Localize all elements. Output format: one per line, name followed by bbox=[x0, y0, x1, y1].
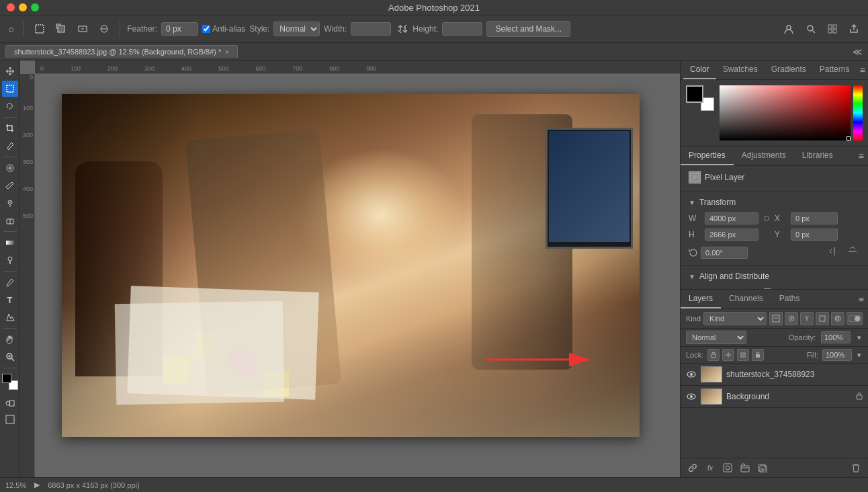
color-panel-menu[interactable]: ≡ bbox=[860, 65, 865, 75]
tab-color[interactable]: Color bbox=[683, 60, 716, 79]
anti-alias-checkbox[interactable] bbox=[202, 25, 210, 33]
color-spectrum-box[interactable] bbox=[720, 85, 851, 140]
layer-visibility-1[interactable] bbox=[686, 369, 697, 380]
rectangular-marquee-tool[interactable] bbox=[2, 81, 18, 97]
layer-visibility-2[interactable] bbox=[686, 391, 697, 402]
search-button[interactable] bbox=[802, 22, 820, 36]
gradient-tool[interactable] bbox=[2, 235, 18, 251]
path-select-tool[interactable] bbox=[2, 309, 18, 325]
filter-shape-icon[interactable] bbox=[816, 312, 829, 325]
maximize-button[interactable] bbox=[31, 3, 39, 11]
move-tool[interactable] bbox=[2, 63, 18, 79]
move-tool-button[interactable] bbox=[52, 22, 70, 36]
filter-text-icon[interactable]: T bbox=[800, 312, 814, 325]
anti-alias-label[interactable]: Anti-alias bbox=[202, 24, 245, 34]
transform-toggle[interactable]: ▼ bbox=[689, 199, 695, 206]
clone-tool[interactable] bbox=[2, 195, 18, 211]
kind-select[interactable]: Kind bbox=[703, 312, 767, 325]
delete-layer-button[interactable] bbox=[849, 461, 863, 475]
tab-adjustments[interactable]: Adjustments bbox=[734, 147, 794, 165]
foreground-color[interactable] bbox=[686, 85, 703, 103]
tab-paths[interactable]: Paths bbox=[771, 290, 808, 309]
rectangular-marquee-button[interactable] bbox=[31, 22, 48, 36]
foreground-bg-swatches[interactable] bbox=[686, 85, 714, 114]
brush-tool[interactable] bbox=[2, 177, 18, 194]
user-icon-button[interactable] bbox=[779, 21, 798, 37]
tab-channels[interactable]: Channels bbox=[721, 290, 771, 309]
tab-properties[interactable]: Properties bbox=[681, 147, 734, 165]
tool-option-2[interactable] bbox=[95, 22, 113, 36]
lasso-tool[interactable] bbox=[2, 98, 18, 114]
layer-item[interactable]: Background bbox=[681, 386, 868, 408]
new-layer-button[interactable] bbox=[756, 461, 769, 475]
lock-all-icon[interactable] bbox=[752, 349, 764, 361]
lock-position-icon[interactable] bbox=[722, 349, 734, 361]
panels-collapse-button[interactable]: ≪ bbox=[853, 46, 863, 57]
filter-toggle[interactable] bbox=[847, 312, 863, 325]
eyedropper-tool[interactable] bbox=[2, 138, 18, 154]
minimize-button[interactable] bbox=[19, 3, 27, 11]
opacity-dropdown[interactable]: ▾ bbox=[856, 332, 863, 343]
properties-panel: Properties Adjustments Libraries ≡ bbox=[681, 147, 868, 289]
color-swatches[interactable] bbox=[2, 374, 18, 390]
hue-slider[interactable] bbox=[853, 85, 863, 140]
tab-swatches[interactable]: Swatches bbox=[716, 60, 765, 79]
tool-option-1[interactable] bbox=[74, 22, 91, 36]
fx-button[interactable]: fx bbox=[703, 461, 717, 475]
quick-mask-button[interactable] bbox=[2, 397, 18, 410]
width-input[interactable] bbox=[351, 22, 391, 36]
tab-libraries[interactable]: Libraries bbox=[794, 147, 841, 165]
color-picker-cursor[interactable] bbox=[847, 136, 851, 140]
pixel-layer-section: Pixel Layer bbox=[681, 166, 868, 192]
eraser-tool[interactable] bbox=[2, 212, 18, 229]
crop-tool[interactable] bbox=[2, 120, 18, 136]
tab-close-icon[interactable]: × bbox=[225, 48, 229, 56]
screen-mode-button[interactable] bbox=[2, 411, 18, 427]
height-input[interactable] bbox=[442, 22, 482, 36]
filter-adjustment-icon[interactable] bbox=[785, 312, 798, 325]
style-select[interactable]: Normal bbox=[273, 22, 320, 36]
tab-layers[interactable]: Layers bbox=[681, 290, 721, 309]
tab-gradients[interactable]: Gradients bbox=[765, 60, 813, 79]
filter-smart-icon[interactable] bbox=[831, 312, 844, 325]
share-button[interactable] bbox=[845, 22, 863, 36]
layers-panel-menu[interactable]: ≡ bbox=[855, 292, 868, 307]
fill-dropdown[interactable]: ▾ bbox=[856, 350, 863, 361]
heal-tool[interactable] bbox=[2, 160, 18, 176]
foreground-color-swatch[interactable] bbox=[2, 374, 11, 383]
zoom-tool[interactable] bbox=[2, 349, 18, 365]
lock-pixels-icon[interactable] bbox=[707, 349, 720, 361]
align-toggle[interactable]: ▼ bbox=[689, 273, 695, 280]
fill-input[interactable] bbox=[822, 349, 852, 361]
add-mask-button[interactable] bbox=[721, 461, 734, 475]
flip-h-button[interactable] bbox=[826, 245, 842, 260]
blend-mode-select[interactable]: Normal bbox=[686, 331, 746, 344]
close-button[interactable] bbox=[7, 3, 15, 11]
new-group-button[interactable] bbox=[738, 461, 752, 475]
canvas-area[interactable]: 0 100 200 300 400 500 600 700 800 900 0 … bbox=[20, 60, 680, 477]
dodge-tool[interactable] bbox=[2, 252, 18, 268]
type-tool[interactable]: T bbox=[2, 292, 18, 308]
y-field[interactable] bbox=[791, 229, 838, 241]
width-field[interactable] bbox=[705, 212, 758, 224]
workspace-button[interactable] bbox=[824, 22, 841, 36]
hand-tool[interactable] bbox=[2, 331, 18, 347]
file-tab[interactable]: shutterstock_374588923.jpg @ 12.5% (Back… bbox=[5, 45, 238, 58]
filter-pixel-icon[interactable] bbox=[769, 312, 783, 325]
flip-v-button[interactable] bbox=[845, 245, 860, 260]
pen-tool[interactable] bbox=[2, 274, 18, 290]
rotation-field[interactable] bbox=[701, 247, 748, 259]
opacity-input[interactable] bbox=[821, 331, 851, 343]
link-layers-button[interactable] bbox=[686, 461, 699, 475]
home-button[interactable]: ⌂ bbox=[5, 22, 17, 36]
tab-patterns[interactable]: Patterns bbox=[813, 60, 857, 79]
lock-artboard-icon[interactable] bbox=[737, 349, 749, 361]
feather-input[interactable] bbox=[161, 22, 198, 36]
layer-item[interactable]: shutterstock_374588923 bbox=[681, 364, 868, 386]
select-mask-button[interactable]: Select and Mask... bbox=[486, 21, 570, 37]
height-field[interactable] bbox=[705, 229, 758, 241]
properties-menu-btn[interactable]: ≡ bbox=[855, 148, 868, 164]
status-arrow[interactable]: ▶ bbox=[34, 481, 40, 489]
canvas-content[interactable] bbox=[35, 74, 680, 477]
x-field[interactable] bbox=[791, 212, 838, 224]
